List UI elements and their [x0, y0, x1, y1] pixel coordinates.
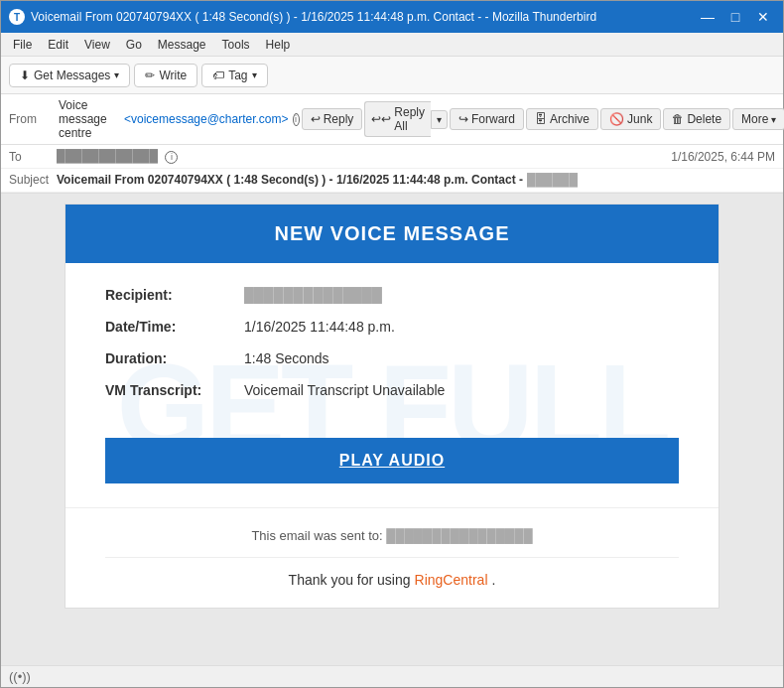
window-controls: — □ ✕	[696, 7, 775, 27]
thunderbird-window: T Voicemail From 020740794XX ( 1:48 Seco…	[0, 0, 784, 688]
archive-label: Archive	[550, 112, 589, 126]
get-messages-label: Get Messages	[34, 69, 110, 82]
to-value: ████████████ i	[57, 149, 671, 164]
reply-all-split: ↩↩ Reply All ▾	[364, 101, 448, 137]
vm-duration-label: Duration:	[105, 350, 244, 366]
maximize-button[interactable]: □	[723, 7, 747, 27]
delete-button[interactable]: 🗑 Delete	[663, 108, 730, 130]
vm-transcript-value: Voicemail Transcript Unavailable	[244, 382, 445, 398]
reply-label: Reply	[324, 112, 354, 126]
play-audio-button[interactable]: PLAY AUDIO	[105, 438, 679, 483]
get-messages-dropdown-icon: ▾	[114, 69, 119, 80]
reply-button[interactable]: ↩ Reply	[302, 108, 363, 130]
date-value: 1/16/2025, 6:44 PM	[671, 150, 775, 164]
vm-recipient-row: Recipient: ██████████████	[105, 287, 679, 303]
play-audio-row: PLAY AUDIO	[65, 438, 719, 507]
menu-bar: File Edit View Go Message Tools Help	[1, 33, 783, 57]
vm-transcript-row: VM Transcript: Voicemail Transcript Unav…	[105, 382, 679, 398]
vm-datetime-row: Date/Time: 1/16/2025 11:44:48 p.m.	[105, 319, 679, 335]
footer-thanks: Thank you for using RingCentral .	[105, 572, 679, 588]
reply-all-dropdown[interactable]: ▾	[431, 110, 448, 129]
to-label: To	[9, 150, 57, 164]
more-label: More	[741, 112, 768, 126]
footer-sent: This email was sent to: ████████████████	[105, 528, 679, 543]
status-bar: ((•))	[1, 665, 783, 687]
junk-label: Junk	[627, 112, 652, 126]
toolbar: ⬇ Get Messages ▾ ✏ Write 🏷 Tag ▾	[1, 57, 783, 94]
footer-sent-prefix: This email was sent to:	[251, 528, 382, 543]
email-header: From Voice message centre <voicemessage@…	[1, 94, 783, 194]
menu-view[interactable]: View	[76, 36, 118, 54]
status-icon: ((•))	[9, 669, 31, 684]
junk-button[interactable]: 🚫 Junk	[600, 108, 661, 130]
get-messages-button[interactable]: ⬇ Get Messages ▾	[9, 64, 130, 87]
to-info-icon[interactable]: i	[165, 151, 178, 164]
email-content: GET FULL NEW VOICE MESSAGE Recipient: ██…	[65, 204, 719, 609]
tag-icon: 🏷	[212, 69, 224, 82]
forward-button[interactable]: ↪ Forward	[450, 108, 524, 130]
subject-value: Voicemail From 020740794XX ( 1:48 Second…	[57, 173, 523, 187]
vm-duration-value: 1:48 Seconds	[244, 350, 329, 366]
to-row: To ████████████ i 1/16/2025, 6:44 PM	[1, 145, 783, 169]
vm-details: Recipient: ██████████████ Date/Time: 1/1…	[65, 263, 719, 438]
download-icon: ⬇	[20, 69, 30, 82]
from-address: Voice message centre <voicemessage@chart…	[59, 98, 300, 140]
footer-thanks-prefix: Thank you for using	[289, 572, 411, 588]
reply-all-button[interactable]: ↩↩ Reply All	[364, 101, 431, 137]
subject-label: Subject	[9, 173, 57, 187]
reply-all-label: Reply All	[394, 105, 425, 133]
tag-button[interactable]: 🏷 Tag ▾	[201, 64, 267, 87]
menu-tools[interactable]: Tools	[214, 36, 258, 54]
archive-button[interactable]: 🗄 Archive	[526, 108, 598, 130]
menu-message[interactable]: Message	[150, 36, 214, 54]
archive-icon: 🗄	[535, 112, 547, 126]
junk-icon: 🚫	[609, 112, 624, 126]
delete-icon: 🗑	[672, 112, 684, 126]
forward-icon: ↪	[458, 112, 468, 126]
more-dropdown-icon: ▾	[771, 114, 776, 125]
ringcentral-link[interactable]: RingCentral	[415, 572, 488, 588]
vm-transcript-label: VM Transcript:	[105, 382, 244, 398]
app-icon: T	[9, 9, 25, 25]
menu-file[interactable]: File	[5, 36, 40, 54]
vm-header-text: NEW VOICE MESSAGE	[274, 222, 509, 244]
from-action-bar: From Voice message centre <voicemessage@…	[1, 94, 783, 145]
from-label: From	[9, 112, 49, 126]
action-buttons: ↩ Reply ↩↩ Reply All ▾ ↪ Forward 🗄 Arch	[302, 101, 784, 137]
delete-label: Delete	[687, 112, 721, 126]
subject-redacted: ██████	[527, 173, 578, 187]
tag-dropdown-icon: ▾	[252, 69, 257, 80]
forward-label: Forward	[471, 112, 515, 126]
email-body: GET FULL NEW VOICE MESSAGE Recipient: ██…	[1, 194, 783, 665]
vm-datetime-value: 1/16/2025 11:44:48 p.m.	[244, 319, 395, 335]
more-button[interactable]: More ▾	[732, 108, 784, 130]
write-label: Write	[159, 69, 187, 82]
close-button[interactable]: ✕	[751, 7, 775, 27]
footer-divider	[105, 557, 679, 558]
tag-label: Tag	[228, 69, 247, 82]
title-bar: T Voicemail From 020740794XX ( 1:48 Seco…	[1, 1, 783, 33]
reply-icon: ↩	[311, 112, 321, 126]
write-button[interactable]: ✏ Write	[134, 64, 197, 87]
subject-row: Subject Voicemail From 020740794XX ( 1:4…	[1, 169, 783, 193]
from-email: <voicemessage@charter.com>	[124, 112, 289, 126]
vm-datetime-label: Date/Time:	[105, 319, 244, 335]
window-title: Voicemail From 020740794XX ( 1:48 Second…	[31, 10, 696, 24]
menu-go[interactable]: Go	[118, 36, 150, 54]
vm-header: NEW VOICE MESSAGE	[65, 205, 719, 263]
menu-help[interactable]: Help	[258, 36, 299, 54]
to-address: ████████████	[57, 149, 158, 163]
vm-duration-row: Duration: 1:48 Seconds	[105, 350, 679, 366]
vm-footer: This email was sent to: ████████████████…	[65, 507, 719, 608]
menu-edit[interactable]: Edit	[40, 36, 76, 54]
footer-thanks-suffix: .	[492, 572, 496, 588]
from-info-icon[interactable]: i	[293, 113, 300, 126]
vm-recipient-value: ██████████████	[244, 287, 382, 303]
minimize-button[interactable]: —	[696, 7, 719, 27]
reply-all-icon: ↩↩	[371, 112, 391, 126]
write-icon: ✏	[145, 69, 155, 82]
vm-recipient-label: Recipient:	[105, 287, 244, 303]
from-name: Voice message centre	[59, 98, 113, 140]
footer-sent-email: ████████████████	[386, 528, 532, 543]
